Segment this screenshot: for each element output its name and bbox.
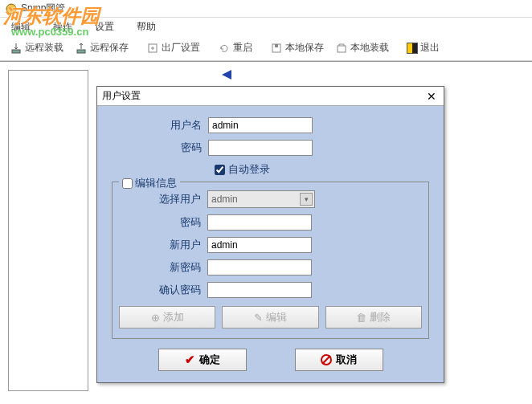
chevron-down-icon: ▾ [300,193,313,206]
restart-button[interactable]: 重启 [213,39,257,57]
select-user-dropdown[interactable]: admin ▾ [207,190,315,208]
username-label: 用户名 [112,118,208,133]
fs-password-input[interactable] [207,214,312,231]
select-user-label: 选择用户 [119,192,207,206]
menu-help[interactable]: 帮助 [132,18,161,35]
newpassword-input[interactable] [207,259,312,275]
download-icon [10,42,23,55]
newpassword-label: 新密码 [119,260,207,275]
menu-edit[interactable]: 编辑 [6,18,35,35]
local-load-button[interactable]: 本地装载 [330,39,394,57]
save-icon [270,42,283,55]
confirmpassword-label: 确认密码 [119,283,207,297]
remote-save-button[interactable]: 远程保存 [70,39,133,57]
edit-info-fieldset: 编辑信息 选择用户 admin ▾ 密码 新用户 [112,182,429,339]
upload-icon [75,42,88,55]
toolbar: 远程装载 远程保存 出厂设置 重启 本地保存 本地装载 退出 [0,35,532,61]
svg-rect-1 [12,50,20,53]
editinfo-checkbox[interactable] [122,178,133,189]
factory-icon [146,42,159,55]
edit-button[interactable]: ✎ 编辑 [222,306,318,329]
password-input[interactable] [208,140,313,156]
dialog-title: 用户设置 [102,89,141,103]
svg-rect-6 [338,46,346,52]
delete-button[interactable]: 🗑 删除 [325,306,422,329]
restart-icon [218,42,231,55]
local-save-button[interactable]: 本地保存 [265,39,329,57]
cancel-icon [321,354,332,365]
factory-button[interactable]: 出厂设置 [141,39,205,57]
autologin-checkbox[interactable] [215,165,225,175]
menu-operate[interactable]: 操作 [48,18,77,35]
load-icon [335,42,348,55]
cancel-button[interactable]: 取消 [295,349,383,371]
svg-rect-5 [275,44,278,47]
user-settings-dialog: 用户设置 ✕ 用户名 密码 自动登录 编辑信息 选 [96,86,444,383]
add-icon: ⊕ [151,312,160,324]
title-bar: Snmp网管 [0,0,532,18]
svg-rect-2 [77,50,85,53]
svg-point-0 [6,4,16,14]
newuser-label: 新用户 [119,238,207,252]
dialog-titlebar[interactable]: 用户设置 ✕ [97,87,444,106]
arrow-left-icon [219,68,235,84]
editinfo-legend: 编辑信息 [135,176,177,190]
confirmpassword-input[interactable] [207,282,312,298]
menu-settings[interactable]: 设置 [90,18,119,35]
autologin-label: 自动登录 [228,162,270,177]
add-button[interactable]: ⊕ 添加 [119,306,215,329]
edit-icon: ✎ [254,312,263,324]
menu-bar: 编辑 操作 设置 帮助 [0,18,532,35]
tree-panel[interactable] [8,70,88,391]
exit-icon [407,43,418,54]
ok-button[interactable]: ✔ 确定 [158,349,247,371]
window-title: Snmp网管 [21,2,65,15]
close-icon[interactable]: ✕ [424,89,439,104]
username-input[interactable] [208,117,313,133]
password-label: 密码 [112,141,208,155]
trash-icon: 🗑 [356,312,366,324]
check-icon: ✔ [185,353,195,367]
fs-password-label: 密码 [119,215,207,230]
app-icon [5,2,18,15]
content-area: 用户设置 ✕ 用户名 密码 自动登录 编辑信息 选 [0,61,532,404]
remote-load-button[interactable]: 远程装载 [5,39,68,57]
exit-button[interactable]: 退出 [402,39,444,57]
newuser-input[interactable] [207,237,312,253]
